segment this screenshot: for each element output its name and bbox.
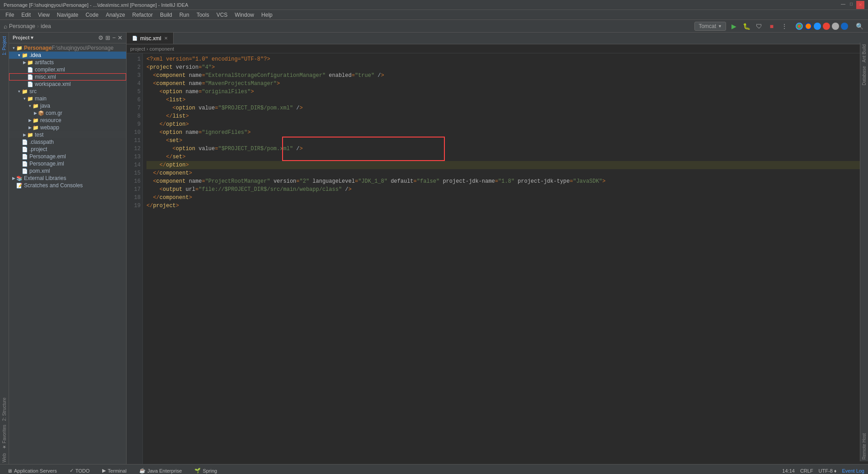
- menu-item-vcs[interactable]: VCS: [213, 11, 231, 19]
- structure-label[interactable]: 2: Structure: [1, 396, 8, 423]
- breadcrumb-personage[interactable]: Personage: [9, 23, 35, 29]
- tree-item-test[interactable]: ▶ 📁 test: [9, 131, 126, 138]
- left-toolbar: 1: Project 2: Structure ★ Favorites Web: [0, 33, 9, 464]
- breadcrumb-sep: ›: [37, 23, 39, 29]
- line-number-5: 5: [127, 88, 141, 96]
- tree-label-scratches: Scratches and Consoles: [24, 182, 83, 189]
- tree-label-main: main: [35, 95, 47, 102]
- tree-item-personage-root[interactable]: ▾ 📁 Personage F:\shuqingyou\Personage: [9, 44, 126, 52]
- titlebar-title: Personage [F:\shuqingyou\Personage] - ..…: [4, 2, 188, 8]
- tree-item-personage-eml[interactable]: 📄 Personage.eml: [9, 153, 126, 160]
- tree-item-idea[interactable]: ▾ 📁 .idea: [9, 52, 126, 59]
- tree-item-classpath[interactable]: 📄 .classpath: [9, 138, 126, 146]
- app-servers-label: Application Servers: [14, 468, 57, 474]
- layout-icon[interactable]: ⊞: [105, 34, 110, 41]
- tree-item-java[interactable]: ▾ 📁 java: [9, 102, 126, 109]
- firefox-icon[interactable]: [805, 23, 812, 30]
- resource-folder-icon: 📁: [33, 118, 39, 123]
- run-config-dropdown[interactable]: Tomcat ▼: [694, 22, 726, 31]
- more-run-icon[interactable]: ⋮: [779, 21, 789, 31]
- debug-button[interactable]: 🐛: [741, 21, 751, 31]
- code-content[interactable]: <?xml version="1.0" encoding="UTF-8"?><p…: [143, 53, 868, 464]
- menu-item-window[interactable]: Window: [231, 11, 258, 19]
- tree-item-resource[interactable]: ▶ 📁 resource: [9, 117, 126, 124]
- edge-icon[interactable]: [841, 23, 848, 30]
- nav-search-icon[interactable]: ⌕: [4, 23, 7, 30]
- maximize-button[interactable]: □: [848, 1, 854, 7]
- safari-icon[interactable]: [832, 23, 839, 30]
- stop-button[interactable]: ■: [767, 21, 777, 31]
- tree-item-src[interactable]: ▾ 📁 src: [9, 88, 126, 95]
- menu-item-tools[interactable]: Tools: [193, 11, 213, 19]
- close-button[interactable]: ✕: [856, 1, 864, 9]
- breadcrumb-component[interactable]: component: [150, 46, 174, 52]
- tab-terminal[interactable]: ▶ Terminal: [99, 467, 130, 474]
- chrome-icon[interactable]: [796, 23, 803, 30]
- navbar: ⌕ Personage › idea Tomcat ▼ ▶ 🐛 🛡 ■ ⋮ 🔍: [0, 20, 868, 33]
- menu-item-help[interactable]: Help: [258, 11, 276, 19]
- tree-item-personage-iml[interactable]: 📄 Personage.iml: [9, 160, 126, 167]
- misc-xml-icon: 📄: [27, 74, 33, 80]
- tree-item-scratches[interactable]: 📝 Scratches and Consoles: [9, 182, 126, 189]
- close-panel-icon[interactable]: ✕: [118, 34, 123, 41]
- terminal-icon: ▶: [102, 468, 106, 474]
- ant-build-label[interactable]: Ant Build: [861, 43, 868, 64]
- tree-label-artifacts: artifacts: [35, 59, 54, 66]
- tree-label-compiler-xml: compiler.xml: [35, 66, 65, 73]
- menu-item-view[interactable]: View: [34, 11, 53, 19]
- project-sidebar-label[interactable]: 1: Project: [1, 34, 8, 57]
- menu-item-file[interactable]: File: [2, 11, 18, 19]
- menu-item-navigate[interactable]: Navigate: [53, 11, 82, 19]
- tree-item-pom-xml[interactable]: 📄 pom.xml: [9, 167, 126, 175]
- tree-item-project-file[interactable]: 📄 .project: [9, 146, 126, 153]
- tab-misc-xml[interactable]: 📄 misc.xml ✕: [127, 33, 174, 44]
- minimize-button[interactable]: —: [840, 1, 846, 7]
- settings-icon[interactable]: ⚙: [98, 34, 104, 41]
- tree-item-com-gr[interactable]: ▶ 📦 com.gr: [9, 109, 126, 117]
- code-line-10: <option name="ignoredFiles">: [146, 128, 864, 137]
- tree-item-compiler-xml[interactable]: 📄 compiler.xml: [9, 66, 126, 73]
- line-number-19: 19: [127, 202, 141, 210]
- menu-item-refactor[interactable]: Refactor: [129, 11, 156, 19]
- search-everywhere-icon[interactable]: 🔍: [854, 21, 864, 31]
- favorites-label[interactable]: ★ Favorites: [1, 423, 8, 451]
- collapse-icon[interactable]: −: [112, 34, 116, 41]
- line-number-16: 16: [127, 177, 141, 185]
- breadcrumb-idea[interactable]: idea: [41, 23, 51, 29]
- tab-todo[interactable]: ✓ TODO: [66, 467, 94, 474]
- ie-icon[interactable]: [814, 23, 821, 30]
- tab-java-enterprise[interactable]: ☕ Java Enterprise: [136, 467, 185, 474]
- line-number-8: 8: [127, 112, 141, 120]
- tab-spring[interactable]: 🌱 Spring: [191, 467, 221, 474]
- line-number-17: 17: [127, 185, 141, 194]
- tree-item-external-libs[interactable]: ▶ 📚 External Libraries: [9, 175, 126, 182]
- line-number-1: 1: [127, 55, 141, 63]
- line-number-12: 12: [127, 145, 141, 153]
- breadcrumb-project[interactable]: project: [130, 46, 145, 52]
- tab-close-button[interactable]: ✕: [164, 36, 168, 41]
- menubar: FileEditViewNavigateCodeAnalyzeRefactorB…: [0, 10, 868, 20]
- web-label[interactable]: Web: [1, 451, 8, 464]
- tree-label-misc-xml: misc.xml: [35, 74, 56, 80]
- src-folder-icon: 📁: [22, 89, 28, 95]
- menu-item-edit[interactable]: Edit: [18, 11, 34, 19]
- tree-item-artifacts[interactable]: ▶ 📁 artifacts: [9, 59, 126, 66]
- coverage-button[interactable]: 🛡: [754, 21, 764, 31]
- menu-item-run[interactable]: Run: [176, 11, 193, 19]
- tab-application-servers[interactable]: 🖥 Application Servers: [4, 467, 61, 474]
- remote-host-label[interactable]: Remote Host: [861, 431, 868, 461]
- menu-item-build[interactable]: Build: [156, 11, 176, 19]
- tree-item-workspace-xml[interactable]: 📄 workspace.xml: [9, 81, 126, 88]
- tree-item-main[interactable]: ▾ 📁 main: [9, 95, 126, 102]
- tree-label-idea: .idea: [29, 52, 41, 58]
- tree-item-misc-xml[interactable]: 📄 misc.xml: [9, 73, 126, 81]
- event-log-button[interactable]: Event Log: [842, 468, 864, 474]
- menu-item-analyze[interactable]: Analyze: [102, 11, 129, 19]
- opera-icon[interactable]: [823, 23, 830, 30]
- database-label[interactable]: Database: [861, 64, 868, 87]
- menu-item-code[interactable]: Code: [82, 11, 102, 19]
- run-button[interactable]: ▶: [729, 21, 739, 31]
- tree-arrow-com-gr: ▶: [33, 111, 38, 115]
- scratches-icon: 📝: [16, 183, 23, 189]
- tree-item-webapp[interactable]: ▶ 📁 webapp: [9, 124, 126, 131]
